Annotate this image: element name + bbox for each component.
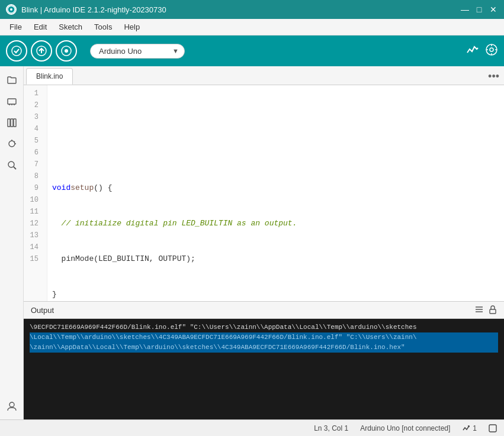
svg-line-25 [14,167,16,169]
line-numbers: 1 2 3 4 5 6 7 8 9 10 11 12 13 14 15 [24,85,47,301]
line-num-10: 10 [24,194,43,206]
line-num-3: 3 [24,111,43,123]
menu-file[interactable]: File [5,21,27,33]
line-num-1: 1 [24,88,43,99]
svg-point-24 [8,162,14,167]
board-status-value: Arduino Uno [not connected] [360,424,450,432]
sidebar-item-sketchbook[interactable] [3,71,21,89]
line-num-14: 14 [24,241,43,253]
upload-status-icon [462,424,470,432]
line-num-9: 9 [24,182,43,194]
code-plain-5: pinMode(LED_BUILTIN, OUTPUT); [52,253,195,265]
output-actions [474,305,497,316]
line-num-5: 5 [24,135,43,147]
svg-point-6 [65,49,68,53]
title-bar: Blink | Arduino IDE 2.1.2-nightly-202307… [0,0,504,19]
line-num-11: 11 [24,206,43,218]
upload-icon [36,46,47,56]
toolbar: Arduino Uno ▼ [0,35,504,66]
app-logo [6,4,17,15]
clear-icon [474,305,484,314]
output-panel: Output [24,301,504,419]
cursor-position: Ln 3, Col 1 [314,424,348,432]
svg-point-26 [9,402,14,407]
line-num-15: 15 [24,253,43,265]
code-content[interactable]: void setup() { // initialize digital pin… [47,85,504,301]
sidebar-item-boards[interactable] [3,92,21,110]
menu-edit[interactable]: Edit [29,21,52,33]
folder-icon [7,75,17,85]
serial-plotter-icon [466,43,479,56]
notification-icon[interactable] [489,424,497,432]
clear-output-button[interactable] [474,305,484,316]
tab-more-button[interactable]: ••• [488,68,499,85]
debug2-icon [7,138,17,149]
code-line-3: void setup() { [52,182,499,194]
toolbar-right [466,43,498,59]
comment-4: // initialize digital pin LED_BUILTIN as… [52,218,297,230]
output-content[interactable]: \9ECFDC71E669A969F442F66D/Blink.ino.elf"… [24,319,504,419]
sidebar [0,66,24,419]
user-icon [7,401,17,411]
code-editor[interactable]: 1 2 3 4 5 6 7 8 9 10 11 12 13 14 15 void… [24,85,504,301]
window-title: Blink | Arduino IDE 2.1.2-nightly-202307… [21,5,166,14]
line-num-4: 4 [24,123,43,135]
minimize-button[interactable]: — [460,5,470,14]
tab-blink-ino[interactable]: Blink.ino [26,68,73,85]
window-controls: — □ ✕ [460,5,498,14]
code-line-6: } [52,289,499,301]
svg-rect-17 [8,119,10,127]
line-num-12: 12 [24,218,43,230]
title-bar-left: Blink | Arduino IDE 2.1.2-nightly-202307… [6,4,166,15]
debug-button[interactable] [56,40,77,62]
library-icon [7,117,17,128]
line-num-8: 8 [24,170,43,182]
code-plain-3: () { [94,182,112,194]
output-line-3: \zainn\\AppData\\Local\\Temp\\arduino\\s… [30,343,498,353]
menu-sketch[interactable]: Sketch [54,21,87,33]
editor-area: Blink.ino ••• 1 2 3 4 5 6 7 8 9 10 11 12… [24,66,504,419]
maximize-button[interactable]: □ [474,5,484,14]
board-selector[interactable]: Arduino Uno ▼ [90,44,185,59]
sidebar-item-user[interactable] [3,397,21,415]
board-select-input[interactable]: Arduino Uno [90,44,185,59]
menu-help[interactable]: Help [119,21,145,33]
svg-rect-31 [489,425,496,432]
search2-icon [7,160,17,170]
line-num-13: 13 [24,230,43,241]
serial-plotter-button[interactable] [466,43,479,59]
fn-setup: setup [70,182,94,194]
svg-point-8 [490,48,493,51]
board-icon [7,96,17,106]
code-line-2 [52,147,499,159]
board-status[interactable]: Arduino Uno [not connected] [360,424,450,432]
menu-tools[interactable]: Tools [89,21,117,33]
line-num-2: 2 [24,99,43,111]
verify-button[interactable] [6,40,27,62]
svg-rect-19 [14,119,16,127]
sidebar-item-library[interactable] [3,114,21,131]
main-layout: Blink.ino ••• 1 2 3 4 5 6 7 8 9 10 11 12… [0,66,504,419]
svg-point-20 [9,141,15,147]
svg-point-1 [10,8,12,11]
svg-point-2 [12,46,21,56]
serial-monitor-button[interactable] [485,43,498,59]
menu-bar: File Edit Sketch Tools Help [0,19,504,35]
status-bar: Ln 3, Col 1 Arduino Uno [not connected] … [0,419,504,436]
sidebar-item-search[interactable] [3,156,21,174]
output-line-2: \Local\\Temp\\arduino\\sketches\\4C349AB… [30,332,498,343]
serial-number-value: 1 [473,424,477,432]
lock-output-button[interactable] [489,305,497,316]
line-num-7: 7 [24,159,43,170]
output-line-1: \9ECFDC71E669A969F442F66D/Blink.ino.elf"… [30,322,498,332]
notif-icon [489,424,497,432]
cursor-position-value: Ln 3, Col 1 [314,424,348,432]
svg-rect-30 [490,309,496,314]
sidebar-item-debug[interactable] [3,135,21,153]
output-header: Output [24,301,504,319]
close-button[interactable]: ✕ [489,5,498,14]
keyword-void-3: void [52,182,70,194]
serial-number: 1 [462,424,477,432]
upload-button[interactable] [31,40,52,62]
code-line-5: pinMode(LED_BUILTIN, OUTPUT); [52,253,499,265]
